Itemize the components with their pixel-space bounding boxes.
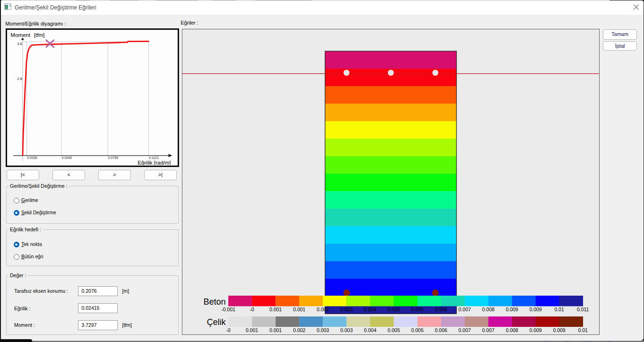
- svg-text:0.007: 0.007: [482, 328, 495, 333]
- svg-text:0.008: 0.008: [506, 328, 518, 333]
- svg-text:0.007: 0.007: [459, 307, 471, 312]
- svg-text:0.008: 0.008: [482, 307, 495, 312]
- svg-text:0.009: 0.009: [530, 307, 542, 312]
- svg-text:0.011: 0.011: [577, 307, 589, 312]
- svg-text:0.006: 0.006: [435, 328, 447, 333]
- svg-text:0.005: 0.005: [412, 307, 424, 312]
- svg-text:0.009: 0.009: [506, 307, 518, 312]
- svg-text:0.0345: 0.0345: [61, 156, 72, 159]
- svg-text:3.8: 3.8: [17, 42, 22, 46]
- svg-text:0.004: 0.004: [364, 307, 377, 312]
- svg-text:-0: -0: [250, 307, 254, 312]
- svg-text:2.6: 2.6: [17, 77, 22, 81]
- svg-text:-0: -0: [226, 328, 231, 333]
- svg-text:0.001: 0.001: [246, 328, 258, 333]
- svg-text:0.009: 0.009: [530, 328, 542, 333]
- svg-text:0.001: 0.001: [293, 307, 306, 312]
- svg-text:0.005: 0.005: [412, 328, 424, 333]
- svg-text:0.003: 0.003: [341, 328, 353, 333]
- svg-text:0.002: 0.002: [293, 328, 306, 333]
- svg-text:0.0035: 0.0035: [27, 156, 37, 159]
- svg-text:0.003: 0.003: [341, 307, 353, 312]
- svg-text:0.005: 0.005: [388, 307, 400, 312]
- svg-text:Çelik: Çelik: [207, 318, 226, 327]
- svg-text:0.0759: 0.0759: [108, 156, 119, 159]
- svg-text:[tfm]: [tfm]: [34, 32, 44, 38]
- svg-text:0.001: 0.001: [270, 328, 282, 333]
- svg-text:0.01: 0.01: [578, 328, 588, 333]
- svg-text:Eğrilik [rad/m]: Eğrilik [rad/m]: [137, 160, 171, 166]
- svg-text:0.003: 0.003: [317, 328, 329, 333]
- svg-text:0.001: 0.001: [270, 307, 282, 312]
- svg-text:-0.001: -0.001: [222, 307, 236, 312]
- svg-text:0.005: 0.005: [388, 328, 400, 333]
- svg-text:0.01: 0.01: [555, 307, 565, 312]
- svg-text:0.002: 0.002: [317, 307, 329, 312]
- svg-text:Beton: Beton: [204, 297, 226, 307]
- svg-text:0.009: 0.009: [553, 328, 566, 333]
- svg-text:0.006: 0.006: [435, 307, 447, 312]
- svg-text:Moment: Moment: [11, 32, 31, 38]
- svg-text:0.007: 0.007: [459, 328, 471, 333]
- svg-text:0.1121: 0.1121: [149, 156, 159, 159]
- svg-text:0.004: 0.004: [364, 328, 377, 333]
